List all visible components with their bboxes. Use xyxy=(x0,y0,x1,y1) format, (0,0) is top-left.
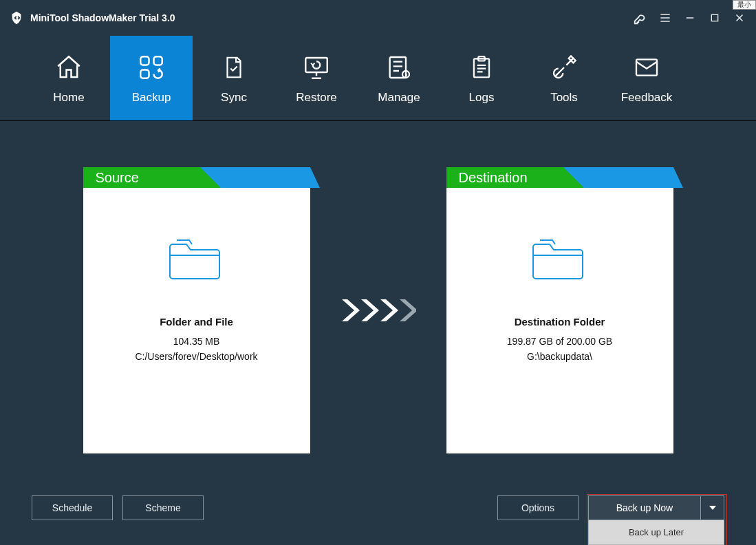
source-path: C:/Users/forev/Desktop/work xyxy=(135,351,257,362)
svg-rect-0 xyxy=(711,14,717,21)
restore-icon xyxy=(302,52,331,83)
feedback-icon xyxy=(633,52,660,83)
titlebar: MiniTool ShadowMaker Trial 3.0 最小 xyxy=(0,0,756,36)
home-icon xyxy=(54,52,83,83)
footer-right: Options Back up Now Back up Later xyxy=(497,490,724,520)
nav-sync[interactable]: Sync xyxy=(193,36,275,120)
nav-manage-label: Manage xyxy=(378,91,420,105)
svg-rect-9 xyxy=(636,59,657,75)
nav-restore[interactable]: Restore xyxy=(275,36,358,120)
nav-logs[interactable]: Logs xyxy=(440,36,523,120)
source-panel[interactable]: Source Folder and File 104.35 MB C:/User… xyxy=(83,167,310,453)
app-logo-icon xyxy=(8,10,25,26)
nav-backup[interactable]: Backup xyxy=(110,36,193,120)
nav-feedback[interactable]: Feedback xyxy=(605,36,688,120)
svg-rect-5 xyxy=(390,57,406,78)
backup-later-option[interactable]: Back up Later xyxy=(588,520,724,545)
logs-icon xyxy=(468,52,495,83)
destination-tab-bar: Destination xyxy=(446,167,673,188)
nav-restore-label: Restore xyxy=(296,91,337,105)
scheme-button[interactable]: Scheme xyxy=(122,495,204,520)
nav-logs-label: Logs xyxy=(469,91,495,105)
backup-icon xyxy=(137,52,166,83)
manage-icon xyxy=(385,52,413,83)
destination-title: Destination Folder xyxy=(515,316,605,328)
navbar: Home Backup Sync Restore Manage Logs T xyxy=(0,36,756,121)
destination-size: 199.87 GB of 200.00 GB xyxy=(507,336,612,347)
svg-rect-2 xyxy=(154,56,162,65)
schedule-button[interactable]: Schedule xyxy=(32,495,113,520)
nav-sync-label: Sync xyxy=(221,91,247,105)
tools-icon xyxy=(550,52,578,83)
mini-badge: 最小 xyxy=(733,0,756,10)
app-title: MiniTool ShadowMaker Trial 3.0 xyxy=(30,12,175,23)
svg-rect-1 xyxy=(140,56,149,65)
nav-home[interactable]: Home xyxy=(28,36,110,120)
source-size: 104.35 MB xyxy=(173,336,220,347)
source-tab: Source xyxy=(83,167,200,188)
footer: Schedule Scheme Options Back up Now Back… xyxy=(0,490,756,545)
source-title: Folder and File xyxy=(160,316,233,328)
destination-tab: Destination xyxy=(446,167,563,188)
nav-feedback-label: Feedback xyxy=(621,91,673,105)
maximize-button[interactable] xyxy=(702,6,727,30)
arrow-separator xyxy=(341,297,416,324)
sync-icon xyxy=(221,52,247,83)
nav-manage[interactable]: Manage xyxy=(358,36,440,120)
options-button[interactable]: Options xyxy=(497,495,579,520)
destination-path: G:\backupdata\ xyxy=(527,351,592,362)
nav-home-label: Home xyxy=(53,91,84,105)
svg-rect-3 xyxy=(140,70,149,78)
folder-icon xyxy=(167,235,226,287)
folder-icon xyxy=(530,235,590,287)
destination-panel[interactable]: Destination Destination Folder 199.87 GB… xyxy=(446,167,673,453)
source-tab-bar: Source xyxy=(83,167,310,188)
backup-now-button[interactable]: Back up Now xyxy=(588,495,701,520)
svg-rect-4 xyxy=(305,58,327,72)
nav-tools[interactable]: Tools xyxy=(523,36,605,120)
backup-split-button: Back up Now Back up Later xyxy=(588,495,724,520)
minimize-button[interactable] xyxy=(678,6,702,30)
nav-tools-label: Tools xyxy=(550,91,578,105)
backup-dropdown-toggle[interactable] xyxy=(701,495,724,520)
content-area: Source Folder and File 104.35 MB C:/User… xyxy=(0,121,756,493)
titlebar-left: MiniTool ShadowMaker Trial 3.0 xyxy=(8,10,175,26)
key-icon[interactable] xyxy=(628,6,653,30)
menu-icon[interactable] xyxy=(653,6,678,30)
nav-backup-label: Backup xyxy=(132,91,171,105)
